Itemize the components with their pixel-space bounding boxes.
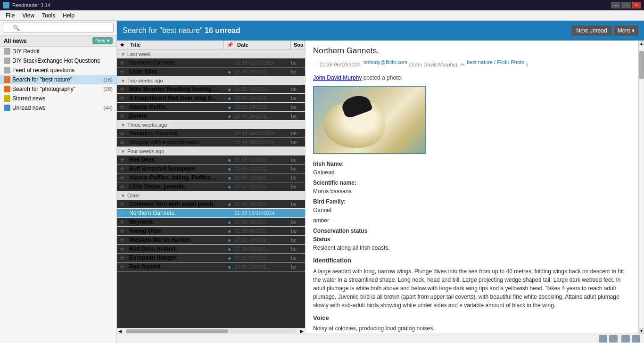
field-scientific-name: Scientific name: Morus bassana — [313, 179, 631, 196]
star-cell: ☆ — [117, 113, 127, 119]
article-row-selected[interactable]: ☆ Northern Gannets. 21:38 06/10/2024 be — [117, 209, 305, 218]
scroll-track[interactable] — [639, 46, 644, 328]
article-row[interactable]: ☆ A magnificent Red Deer stag d... 20:55… — [117, 94, 305, 103]
pin-cell — [224, 156, 234, 163]
scroll-thumb[interactable] — [639, 51, 644, 79]
date-cell: 22:48 16/10/2024 — [234, 139, 291, 145]
status-icon-4[interactable] — [632, 335, 640, 343]
article-row[interactable]: ☆ Northern Gannets. 18:39 31/10/2024 be — [117, 58, 305, 67]
menu-tools[interactable]: Tools — [38, 11, 59, 20]
article-title-cell: Common Tern with small perch. — [127, 201, 224, 207]
star-icon[interactable]: ☆ — [313, 62, 318, 68]
search-orange-icon — [4, 76, 10, 83]
article-row[interactable]: ☆ Little Grebe, juvenile. 22:57 12/10/2.… — [117, 182, 305, 191]
h-scrollbar-thumb[interactable] — [126, 329, 228, 333]
article-row[interactable]: ☆ Buff Breasted Sandpiper. 22:58 12/10/2… — [117, 164, 305, 173]
article-row[interactable]: ☆ Red Deer, Ireland. 17:25 03/10/2... be — [117, 245, 305, 253]
scroll-down-button[interactable]: ▼ — [639, 328, 644, 334]
article-row[interactable]: ☆ Red Squirel. 19:39 23/09/2... be — [117, 262, 305, 271]
collapse-icon[interactable]: ▼ — [121, 78, 125, 83]
article-title-cell: Dunlin. — [127, 113, 224, 119]
status-icon-2[interactable] — [609, 335, 618, 343]
article-title-cell: A magnificent Red Deer stag d... — [127, 95, 224, 101]
article-title-cell: Little Grebe, juvenile. — [127, 183, 224, 190]
voice-text: Noisy at colonies, producing loud gratin… — [313, 324, 631, 333]
status-icon-3[interactable] — [621, 335, 630, 343]
column-pin: 📌 — [224, 41, 234, 49]
date-cell: 21:38 06/10/2... — [234, 228, 291, 234]
status-icon-1[interactable] — [599, 335, 607, 343]
source-cell: be — [291, 175, 305, 180]
author-link[interactable]: John David Murphy — [313, 74, 362, 81]
new-button[interactable]: New ▾ — [92, 37, 113, 44]
sidebar-item-diy-reddit[interactable]: DIY Reddit — [0, 47, 116, 56]
collapse-icon[interactable]: ▼ — [121, 122, 125, 128]
article-row[interactable]: ☆ Alantic Puffin. 20:55 24/10/2... be — [117, 103, 305, 112]
all-news-label: All news — [4, 38, 92, 44]
article-row[interactable]: ☆ Western Marsh Harrier. 17:22 06/10/2..… — [117, 236, 305, 245]
pin-cell — [224, 86, 234, 92]
minimize-button[interactable]: ─ — [611, 2, 620, 8]
more-button[interactable]: More ▾ — [614, 25, 638, 36]
article-row[interactable]: ☆ Little Stint. 19:34 29/10/2... be — [117, 67, 305, 76]
meta-source-link[interactable]: best nature / Flickr Photo — [467, 59, 524, 65]
menu-view[interactable]: View — [18, 11, 38, 20]
h-scrollbar-track[interactable] — [126, 329, 296, 333]
search-box — [0, 21, 116, 35]
article-title-cell: Male Bearder Reedling feeding ... — [127, 86, 224, 92]
article-row[interactable]: ☆ Dunlin. 20:55 24/10/2... be — [117, 112, 305, 121]
star-cell: ☆ — [117, 60, 127, 66]
source-cell: be — [291, 237, 305, 243]
star-cell: ☆ — [117, 237, 127, 243]
collapse-icon[interactable]: ▼ — [121, 52, 125, 57]
article-title-cell: Alantic Puffins, billing. Puffins ... — [127, 174, 224, 181]
search-input[interactable] — [3, 23, 114, 33]
rss-gray-icon — [4, 57, 10, 64]
sidebar-item-search-best-nature[interactable]: Search for "best nature" (16) — [0, 75, 116, 84]
star-cell: ☆ — [117, 139, 127, 146]
next-unread-button[interactable]: Next unread — [571, 25, 611, 36]
date-cell: 17:25 03/10/2... — [234, 246, 291, 252]
scroll-up-button[interactable]: ▲ — [639, 41, 644, 46]
group-label: Four weeks ago — [127, 148, 164, 154]
article-row[interactable]: ☆ European Badger. 17:25 03/10/2... be — [117, 253, 305, 262]
article-row[interactable]: ☆ Alantic Puffins, billing. Puffins ... … — [117, 173, 305, 182]
sidebar-item-unread-news[interactable]: Unread news (44) — [0, 103, 116, 113]
more-label: More — [618, 27, 630, 34]
rss-gray-icon — [4, 48, 10, 55]
collapse-icon[interactable]: ▼ — [121, 149, 125, 154]
detail-scrollbar: ▲ ▼ — [638, 41, 644, 334]
meta-email-link[interactable]: nobody@flickr.com — [363, 59, 407, 65]
article-row[interactable]: ☆ Male Bearder Reedling feeding ... 21:3… — [117, 85, 305, 94]
pin-cell — [224, 263, 234, 270]
article-row[interactable]: ☆ Hoopoe with a smooth newt. 22:48 16/10… — [117, 138, 305, 147]
sidebar-item-label: DIY Reddit — [12, 48, 111, 55]
list-scrollbar[interactable]: ◀ ▶ — [117, 328, 305, 334]
detail-body: Irish Name: Gainead Scientific name: Mor… — [313, 160, 631, 333]
maximize-button[interactable]: □ — [621, 2, 631, 8]
article-row[interactable]: ☆ Red Deer. 22:58 12/10/2... be — [117, 155, 305, 164]
menu-help[interactable]: Help — [59, 11, 78, 20]
article-detail-title: Northern Gannets. — [313, 46, 631, 56]
article-title-cell: Northern Gannets. — [127, 210, 224, 216]
article-row[interactable]: ☆ Wryneck. 21:38 06/10/2... be — [117, 218, 305, 227]
main-area: All news New ▾ DIY Reddit DIY StackExcha… — [0, 21, 644, 343]
sidebar-item-recent-questions[interactable]: Feed of recent questions — [0, 65, 116, 75]
article-row[interactable]: ☆ Young Otter. 21:38 06/10/2... be — [117, 227, 305, 236]
content-title: Search for "best nature" 16 unread — [123, 26, 571, 35]
date-cell: 21:38 06/10/2024 — [234, 210, 291, 216]
sidebar-item-search-photography[interactable]: Search for "photography" (28) — [0, 84, 116, 94]
article-row[interactable]: ☆ Common Tern with small perch. 21:38 06… — [117, 200, 305, 209]
collapse-icon[interactable]: ▼ — [121, 193, 125, 198]
scroll-right-arrow[interactable]: ▶ — [299, 329, 305, 334]
sidebar-item-count: (44) — [103, 105, 113, 111]
scroll-left-arrow[interactable]: ◀ — [117, 329, 123, 334]
article-row[interactable]: ☆ Returning Razorbill. 22:48 16/10/2024 … — [117, 129, 305, 138]
sidebar-item-diy-stackexchange[interactable]: DIY StackExchange Hot Questions — [0, 56, 116, 65]
menu-file[interactable]: File — [2, 11, 18, 20]
source-cell: be — [291, 95, 305, 101]
source-cell: be — [291, 255, 305, 261]
star-cell: ☆ — [117, 157, 127, 163]
sidebar-item-starred-news[interactable]: Starred news — [0, 94, 116, 103]
close-button[interactable]: ✕ — [632, 2, 641, 8]
